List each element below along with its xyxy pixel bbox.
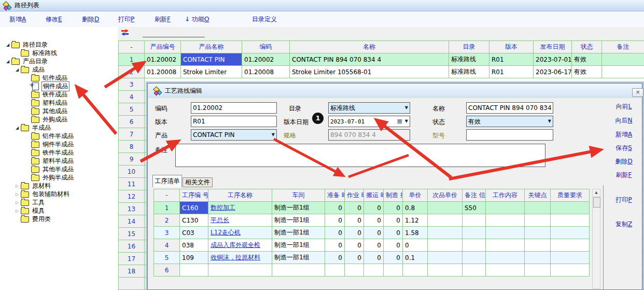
cell[interactable]: 0 [345, 214, 364, 227]
print-button[interactable]: 打印P [608, 196, 640, 204]
print-button[interactable]: 打印P [118, 15, 134, 24]
cell[interactable] [551, 239, 590, 252]
tree-item-standard-route[interactable]: 标准路线 [0, 49, 118, 57]
cell[interactable]: 0 [325, 214, 345, 227]
copy-button[interactable]: 复制Z [608, 220, 640, 229]
cell[interactable]: 0 [364, 202, 384, 214]
chevron-down-icon[interactable]: ▼ [272, 130, 275, 140]
tree-item-label[interactable]: 标准路线 [32, 49, 57, 58]
cell[interactable]: Stroke Limiter [181, 66, 242, 78]
cell[interactable]: 0 [384, 227, 403, 239]
tree-item-label[interactable]: 费用类 [32, 215, 51, 224]
tree-item-label[interactable]: 铝件成品 [43, 74, 67, 82]
row-number[interactable]: 11 [119, 178, 145, 190]
cell[interactable]: 0 [384, 214, 403, 227]
catalog-select[interactable]: 标准路线▼ [328, 102, 410, 114]
op-name-link[interactable]: L12走心机 [208, 227, 272, 239]
cell[interactable]: 0 [384, 239, 403, 252]
cell[interactable] [551, 202, 590, 214]
cell[interactable]: 0 [325, 252, 345, 264]
tree-item-label[interactable]: 塑料成品 [43, 99, 67, 107]
row-number[interactable]: 5 [119, 103, 145, 116]
col-header[interactable]: 备注 信息 [463, 189, 486, 202]
row-number[interactable]: 6 [154, 264, 180, 277]
cell[interactable]: Stroke Limiter 105568-01 [290, 66, 449, 78]
selected-cell[interactable]: CONTACT PIN [181, 53, 242, 66]
tree-item-label[interactable]: 成品 [32, 65, 45, 74]
cell[interactable]: 2023-06-17 [534, 66, 572, 78]
add-button[interactable]: 新增A [608, 130, 640, 139]
op-name-link[interactable]: 收铜沫，拉原材料 [208, 252, 272, 264]
col-header[interactable]: 制造 批量 [384, 189, 403, 202]
cell[interactable]: 标准路线 [449, 53, 489, 66]
tab-related-files[interactable]: 相关文件 [183, 177, 213, 187]
cell[interactable] [428, 239, 463, 252]
tree-item-molds[interactable]: ▷模具 [0, 206, 118, 215]
tree-item-finished[interactable]: ◢成品 [0, 65, 118, 74]
tree-item-copper-finished[interactable]: 铜件成品 [0, 82, 118, 90]
row-number[interactable]: 2 [154, 214, 180, 227]
refresh-button[interactable]: 刷新F [155, 15, 171, 24]
cell[interactable]: C03 [180, 227, 208, 239]
row-number[interactable]: 13 [119, 203, 145, 215]
col-header[interactable]: 质量要求 [551, 189, 590, 202]
name-field[interactable]: CONTACT PIN 894 070 834 [466, 102, 553, 114]
cell[interactable] [384, 264, 403, 277]
row-number[interactable]: 10 [119, 165, 145, 178]
cell[interactable]: 0.8 [403, 202, 428, 214]
cell[interactable]: 有效 [572, 53, 602, 66]
col-header[interactable]: 产品编号 [145, 41, 181, 53]
col-header[interactable]: 编码 [242, 41, 290, 53]
tree-item-purchased-finished[interactable]: 外购成品 [0, 115, 118, 123]
row-number[interactable]: 18 [119, 265, 145, 278]
cell[interactable]: C130 [180, 214, 208, 227]
row-number[interactable]: 6 [119, 116, 145, 128]
tree-item-label[interactable]: 其他成品 [43, 107, 67, 116]
tree-item-label[interactable]: 铜件成品 [42, 82, 69, 91]
tree-item-label[interactable]: 铁件成品 [43, 90, 67, 99]
col-header[interactable]: 状态 [572, 41, 602, 53]
op-name-link[interactable]: 成品入库外观全检 [208, 239, 272, 252]
tree-item-route-catalog[interactable]: ◢路径目录 [0, 40, 118, 49]
expander-icon[interactable]: ▷ [13, 200, 21, 205]
row-number[interactable]: 16 [119, 240, 145, 253]
tree-item-label[interactable]: 塑料半成品 [43, 157, 74, 165]
cell[interactable] [551, 252, 590, 264]
expander-icon[interactable]: ▷ [13, 209, 21, 213]
cell[interactable]: 制造一部1组 [272, 202, 325, 214]
cell[interactable] [463, 264, 486, 277]
col-header[interactable]: 作业 时间 [345, 189, 364, 202]
cell[interactable]: 制造一部1组 [272, 214, 325, 227]
cell[interactable]: 2023-07-01 [534, 53, 572, 66]
tree-item-label[interactable]: 外购成品 [43, 115, 67, 124]
function-button[interactable]: ↓功能O [185, 15, 209, 24]
table-row[interactable]: 3 C03 L12走心机 制造一部1组 0 0 0 0 1.58 [154, 227, 590, 239]
cell[interactable]: 0 [325, 227, 345, 239]
table-row[interactable]: 6 [154, 264, 590, 277]
cell[interactable] [364, 264, 384, 277]
col-header[interactable]: 工序名称 [208, 189, 272, 202]
cell[interactable] [525, 252, 551, 264]
tree-item-label[interactable]: 铜件半成品 [43, 140, 74, 149]
expander-icon[interactable]: ◢ [4, 59, 11, 64]
col-header[interactable]: 单价 [403, 189, 428, 202]
cell[interactable] [428, 202, 463, 214]
expander-icon[interactable]: ◢ [13, 126, 21, 130]
row-number[interactable]: 2 [119, 66, 145, 78]
chevron-down-icon[interactable]: ▼ [548, 116, 551, 127]
cell[interactable]: 0 [345, 202, 364, 214]
cell[interactable]: 有效 [572, 66, 602, 78]
cell[interactable]: 01.20002 [145, 53, 181, 66]
cell[interactable] [345, 264, 364, 277]
cell[interactable]: 0 [364, 227, 384, 239]
cell[interactable] [428, 252, 463, 264]
tree-item-label[interactable]: 其他半成品 [43, 165, 74, 174]
row-number[interactable]: 15 [119, 228, 145, 240]
close-icon[interactable]: × [632, 88, 643, 97]
model-field[interactable] [466, 129, 553, 141]
cell[interactable]: R01 [489, 53, 534, 66]
version-date-field[interactable]: 2023-07-01▦▼ [328, 116, 410, 127]
cell[interactable]: 0 [345, 252, 364, 264]
filter-underline[interactable] [143, 37, 205, 37]
cell[interactable]: 01.20008 [145, 66, 181, 78]
